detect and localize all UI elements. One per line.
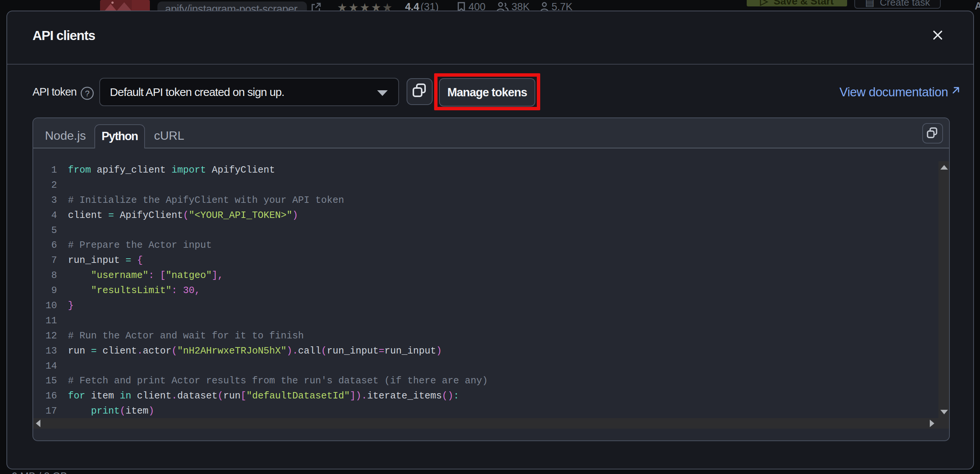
svg-text:?: ? bbox=[85, 89, 89, 98]
